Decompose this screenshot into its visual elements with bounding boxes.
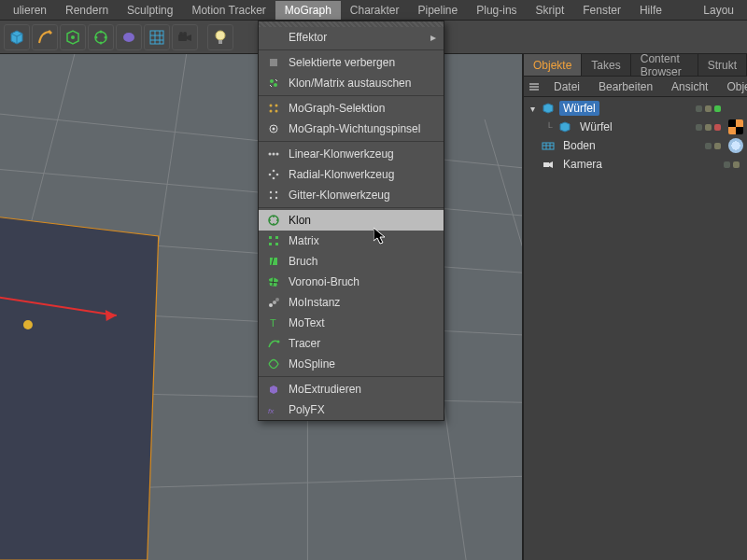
svg-point-65 (273, 177, 275, 180)
svg-point-4 (71, 35, 75, 39)
object-label[interactable]: Boden (559, 138, 599, 153)
object-row[interactable]: └ Würfel (524, 118, 747, 136)
menu-item-label: Gitter-Klonwerkzeug (289, 189, 390, 202)
tag-slot[interactable] (728, 101, 743, 116)
svg-point-85 (269, 303, 273, 307)
tab-content-browser[interactable]: Content Browser (631, 54, 698, 76)
menu-character[interactable]: Charakter (341, 1, 409, 20)
moextrude-icon (266, 382, 281, 397)
object-row[interactable]: Kamera (524, 155, 747, 174)
menu-item-label: Effektor (289, 31, 327, 44)
menu-item-motext[interactable]: T MoText (259, 313, 444, 333)
svg-point-59 (273, 128, 275, 131)
menu-item-tracer[interactable]: Tracer (259, 333, 444, 354)
hide-icon (266, 55, 281, 70)
svg-rect-76 (269, 236, 272, 239)
submenu-view[interactable]: Ansicht (662, 77, 717, 96)
menu-item-mograph-selection[interactable]: MoGraph-Selektion (259, 98, 444, 119)
deformer-bend-icon[interactable] (116, 24, 142, 50)
submenu-file[interactable]: Datei (544, 77, 589, 96)
menu-item-label: MoSpline (289, 357, 335, 371)
menu-plugins[interactable]: Plug-ins (467, 1, 526, 20)
submenu-objects[interactable]: Objekte (717, 77, 747, 96)
visibility-dots[interactable] (724, 161, 740, 168)
menu-item-fracture[interactable]: Bruch (259, 251, 444, 272)
svg-point-57 (275, 110, 278, 113)
material-tag-icon[interactable] (728, 119, 743, 134)
sky-tag-icon[interactable] (728, 138, 743, 153)
object-label[interactable]: Würfel (576, 119, 616, 134)
cube-object-icon (541, 101, 556, 116)
visibility-dots[interactable] (696, 124, 721, 131)
svg-point-52 (270, 79, 274, 83)
menu-item-swap-clone-matrix[interactable]: Klon/Matrix austauschen (259, 73, 444, 93)
menu-pipeline[interactable]: Pipeline (409, 1, 468, 20)
menu-help[interactable]: Hilfe (630, 1, 671, 20)
menu-item-radial-clone-tool[interactable]: Radial-Klonwerkzeug (259, 164, 444, 185)
tab-objects[interactable]: Objekte (524, 54, 582, 76)
blank-icon (266, 30, 281, 45)
menu-item-mograph-weight-brush[interactable]: MoGraph-Wichtungspinsel (259, 119, 444, 139)
svg-rect-78 (269, 243, 272, 245)
tree-toggle-icon[interactable]: ▾ (528, 104, 537, 114)
menu-item-mospline[interactable]: MoSpline (259, 354, 444, 374)
svg-point-54 (270, 105, 273, 107)
svg-rect-49 (543, 162, 549, 167)
cloner-icon (266, 213, 281, 228)
menu-sculpting[interactable]: Sculpting (118, 1, 182, 20)
panel-subbar: Datei Bearbeiten Ansicht Objekte (524, 77, 747, 97)
menu-item-polyfx[interactable]: fx PolyFX (259, 399, 444, 420)
menu-item-linear-clone-tool[interactable]: Linear-Klonwerkzeug (259, 144, 444, 164)
light-bulb-icon[interactable] (207, 24, 233, 50)
svg-point-75 (269, 219, 271, 221)
svg-marker-43 (543, 104, 553, 113)
camera-icon[interactable] (172, 24, 198, 50)
menu-motion-tracker[interactable]: Motion Tracker (182, 1, 275, 20)
pen-spline-icon[interactable] (32, 24, 58, 50)
object-label[interactable]: Würfel (559, 101, 599, 116)
tab-structure[interactable]: Strukt (698, 54, 747, 76)
panel-menu-icon[interactable] (528, 78, 541, 95)
menu-item-label: MoExtrudieren (289, 383, 361, 396)
svg-text:T: T (270, 317, 276, 329)
swap-icon (266, 76, 281, 91)
menu-render[interactable]: Rendern (56, 1, 118, 20)
menu-bar: ulieren Rendern Sculpting Motion Tracker… (0, 0, 747, 21)
svg-rect-21 (218, 40, 222, 44)
floor-object-icon (541, 138, 556, 153)
menu-item-grid-clone-tool[interactable]: Gitter-Klonwerkzeug (259, 185, 444, 205)
menu-item-moextrude[interactable]: MoExtrudieren (259, 379, 444, 399)
menu-layout[interactable]: Layou (694, 1, 743, 20)
visibility-dots[interactable] (696, 105, 721, 112)
menu-mograph[interactable]: MoGraph (275, 1, 341, 20)
menu-simulate[interactable]: ulieren (4, 1, 56, 20)
object-row[interactable]: Boden (524, 136, 747, 155)
moinstance-icon (266, 295, 281, 310)
menu-item-matrix[interactable]: Matrix (259, 231, 444, 251)
menu-item-moinstance[interactable]: MoInstanz (259, 292, 444, 313)
svg-point-86 (273, 301, 276, 304)
svg-marker-44 (560, 122, 570, 132)
primitive-cube-icon[interactable] (4, 24, 30, 50)
generator-nurbs-icon[interactable] (60, 24, 86, 50)
svg-marker-90 (270, 385, 277, 394)
menu-window[interactable]: Fenster (573, 1, 630, 20)
menu-item-voronoi-fracture[interactable]: Voronoi-Bruch (259, 272, 444, 292)
svg-point-69 (270, 197, 272, 199)
fracture-icon (266, 254, 281, 269)
object-row[interactable]: ▾ Würfel (524, 99, 747, 118)
tab-takes[interactable]: Takes (582, 54, 630, 76)
svg-point-63 (273, 170, 275, 173)
menu-item-cloner[interactable]: Klon (259, 210, 444, 231)
svg-point-61 (273, 153, 275, 156)
object-label[interactable]: Kamera (559, 157, 606, 172)
environment-floor-icon[interactable] (144, 24, 170, 50)
visibility-dots[interactable] (705, 143, 721, 149)
deformer-array-icon[interactable] (88, 24, 114, 50)
submenu-edit[interactable]: Bearbeiten (589, 77, 662, 96)
object-tree[interactable]: ▾ Würfel └ Würfel Boden (524, 97, 747, 560)
svg-point-68 (275, 191, 277, 193)
menu-item-effector[interactable]: Effektor ▸ (259, 27, 444, 48)
menu-script[interactable]: Skript (527, 1, 574, 20)
menu-item-hide-selected[interactable]: Selektierte verbergen (259, 52, 444, 73)
